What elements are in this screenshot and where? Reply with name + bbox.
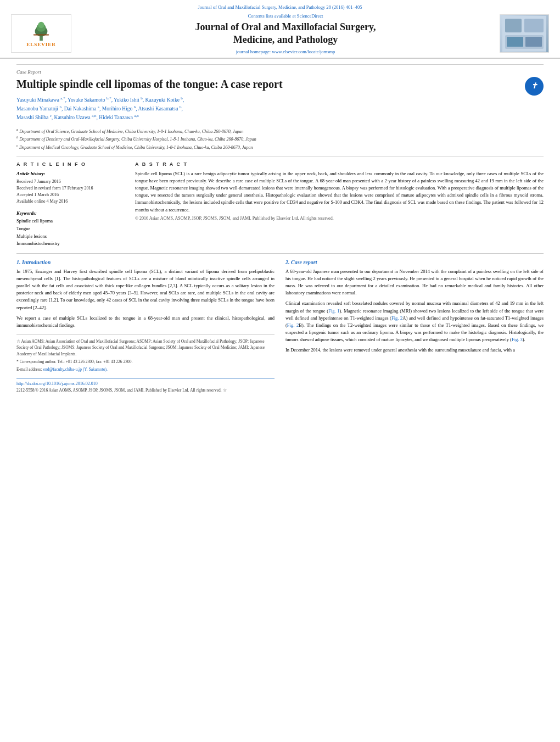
journal-thumbnail	[500, 14, 549, 53]
history-available: Available online 4 May 2016	[16, 198, 126, 205]
history-label: Article history:	[16, 170, 126, 178]
crossmark-icon: ✝	[525, 77, 544, 96]
journal-title-block: Contents lists available at ScienceDirec…	[71, 13, 500, 54]
svg-rect-7	[524, 19, 544, 32]
keywords-section: Keywords: Spindle cell lipoma Tongue Mul…	[16, 210, 126, 247]
homepage-link[interactable]: www.elsevier.com/locate/jomsmp	[272, 49, 335, 54]
abstract-header: A B S T R A C T	[135, 161, 544, 167]
sciencedirect-link[interactable]: ScienceDirect	[297, 13, 323, 19]
article-title: Multiple spindle cell lipomas of the ton…	[16, 77, 519, 91]
elsevier-logo-inner: ELSEVIER	[26, 20, 56, 47]
elsevier-tree-icon	[27, 20, 55, 41]
body-section: 1. Introduction In 1975, Enzinger and Ha…	[16, 253, 544, 393]
case-report-column: 2. Case report A 68-year-old Japanese ma…	[285, 259, 544, 393]
introduction-title: 1. Introduction	[16, 259, 275, 265]
footnote-section: ☆ Asian AOMS: Asian Association of Oral …	[16, 334, 275, 372]
intro-paragraph-2: We report a case of multiple SCLs locali…	[16, 315, 275, 329]
article-info-column: A R T I C L E I N F O Article history: R…	[16, 161, 126, 248]
case-paragraph-2: Clinical examination revealed soft bosse…	[285, 300, 544, 343]
fig1-link[interactable]: Fig. 1	[328, 308, 339, 314]
footnote-email: E-mail address: end@faculty.chiba-u.jp (…	[16, 366, 275, 372]
journal-citation: Journal of Oral and Maxillofacial Surger…	[198, 4, 362, 10]
abstract-text: Spindle cell lipoma (SCL) is a rare beni…	[135, 170, 544, 214]
introduction-column: 1. Introduction In 1975, Enzinger and Ha…	[16, 259, 275, 393]
introduction-text: In 1975, Enzinger and Harvey first descr…	[16, 268, 275, 329]
contents-available-text: Contents lists available at ScienceDirec…	[77, 13, 494, 19]
footer-doi: http://dx.doi.org/10.1016/j.ajoms.2016.0…	[16, 378, 275, 386]
article-content: Case Report Multiple spindle cell lipoma…	[0, 59, 560, 399]
affiliation-b: b Department of Dentistry and Oral-Maxil…	[16, 135, 544, 143]
journal-header: Journal of Oral and Maxillofacial Surger…	[0, 0, 560, 59]
case-report-title: 2. Case report	[285, 259, 544, 265]
journal-name: Journal of Oral and Maxillofacial Surger…	[77, 21, 494, 47]
keyword-1: Spindle cell lipoma	[16, 217, 126, 225]
copyright-text: © 2016 Asian AOMS, ASOMP, JSOP, JSOMS, J…	[135, 216, 544, 221]
history-revised: Received in revised form 17 February 201…	[16, 185, 126, 192]
elsevier-wordmark: ELSEVIER	[26, 42, 56, 47]
section-divider	[16, 157, 544, 157]
case-paragraph-3: In December 2014, the lesions were remov…	[285, 347, 544, 354]
footer-issn: 2212-5558/© 2016 Asian AOMS, ASOMP, JSOP…	[16, 388, 275, 393]
keyword-3: Multiple lesions	[16, 233, 126, 241]
email-link[interactable]: end@faculty.chiba-u.jp (Y. Sakamoto).	[43, 367, 108, 372]
fig2b-link[interactable]: Fig. 2	[287, 322, 299, 328]
article-history: Article history: Received 7 January 2016…	[16, 170, 126, 205]
svg-rect-4	[33, 35, 49, 36]
keyword-4: Immunohistochemistry	[16, 240, 126, 248]
fig3-link[interactable]: Fig. 3	[512, 337, 523, 342]
footnote-star: ☆ Asian AOMS: Asian Association of Oral …	[16, 338, 275, 357]
svg-rect-6	[505, 19, 522, 32]
history-accepted: Accepted 1 March 2016	[16, 192, 126, 198]
article-info-header: A R T I C L E I N F O	[16, 161, 126, 167]
page: Journal of Oral and Maxillofacial Surger…	[0, 0, 560, 742]
keyword-2: Tongue	[16, 225, 126, 233]
footnote-corresponding: * Corresponding author. Tel.: +81 43 226…	[16, 359, 275, 365]
svg-rect-9	[507, 37, 523, 47]
article-type-label: Case Report	[16, 64, 544, 75]
body-columns: 1. Introduction In 1975, Enzinger and Ha…	[16, 259, 544, 393]
authors-list: Yasuyuki Minakawa a,*, Yosuke Sakamoto b…	[16, 96, 544, 122]
affiliations-list: a Department of Oral Science, Graduate S…	[16, 127, 544, 151]
journal-cover-image	[500, 15, 548, 52]
svg-rect-10	[525, 37, 542, 47]
info-abstract-columns: A R T I C L E I N F O Article history: R…	[16, 161, 544, 248]
journal-top-bar: Journal of Oral and Maxillofacial Surger…	[11, 4, 549, 10]
cover-svg	[502, 16, 546, 52]
journal-homepage: journal homepage: www.elsevier.com/locat…	[77, 49, 494, 54]
affiliation-c: c Department of Medical Oncology, Gradua…	[16, 143, 544, 151]
svg-point-3	[38, 22, 44, 28]
case-report-text: A 68-year-old Japanese man presented to …	[285, 268, 544, 354]
elsevier-logo: ELSEVIER	[11, 14, 71, 53]
case-paragraph-1: A 68-year-old Japanese man presented to …	[285, 268, 544, 297]
keywords-label: Keywords:	[16, 210, 126, 216]
affiliation-a: a Department of Oral Science, Graduate S…	[16, 127, 544, 135]
abstract-column: A B S T R A C T Spindle cell lipoma (SCL…	[135, 161, 544, 248]
fig2a-link[interactable]: Fig. 2	[391, 315, 402, 321]
history-received: Received 7 January 2016	[16, 178, 126, 185]
journal-header-content: ELSEVIER Contents lists available at Sci…	[11, 13, 549, 54]
intro-paragraph-1: In 1975, Enzinger and Harvey first descr…	[16, 268, 275, 311]
